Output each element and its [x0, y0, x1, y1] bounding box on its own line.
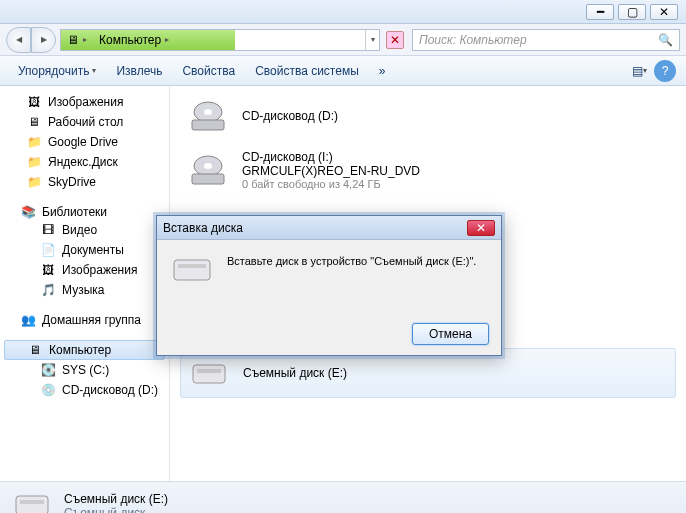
- svg-rect-8: [16, 496, 48, 513]
- svg-rect-7: [197, 369, 221, 373]
- sidebar-item-images[interactable]: 🖼Изображения: [0, 92, 169, 112]
- x-icon: ✕: [390, 33, 400, 47]
- search-input[interactable]: Поиск: Компьютер 🔍: [412, 29, 680, 51]
- properties-button[interactable]: Свойства: [174, 60, 243, 82]
- maximize-button[interactable]: ▢: [618, 4, 646, 20]
- disc-icon: 💿: [40, 382, 56, 398]
- more-button[interactable]: »: [371, 60, 394, 82]
- svg-point-1: [204, 109, 212, 115]
- toolbar: Упорядочить ▾ Извлечь Свойства Свойства …: [0, 56, 686, 86]
- titlebar: ━ ▢ ✕: [0, 0, 686, 24]
- drive-i[interactable]: CD-дисковод (I:) GRMCULF(X)REO_EN-RU_DVD…: [180, 144, 676, 196]
- folder-icon: 📁: [26, 154, 42, 170]
- sidebar-item-music[interactable]: 🎵Музыка: [0, 280, 169, 300]
- sidebar-item-documents[interactable]: 📄Документы: [0, 240, 169, 260]
- bc-dropdown[interactable]: ▾: [365, 30, 379, 50]
- dialog-titlebar[interactable]: Вставка диска ✕: [157, 216, 501, 240]
- close-icon: ✕: [659, 5, 669, 19]
- navbar: ◀ ▶ 🖥▸ Компьютер▸ ▾ ✕ Поиск: Компьютер 🔍: [0, 24, 686, 56]
- bc-root[interactable]: 🖥▸: [61, 30, 93, 50]
- computer-icon: 🖥: [67, 33, 79, 47]
- chevron-down-icon: ▾: [92, 66, 96, 75]
- images-icon: 🖼: [26, 94, 42, 110]
- back-button[interactable]: ◀: [6, 27, 31, 53]
- dvd-drive-icon: [186, 152, 230, 188]
- cancel-button[interactable]: Отмена: [412, 323, 489, 345]
- documents-icon: 📄: [40, 242, 56, 258]
- svg-rect-5: [192, 174, 224, 184]
- removable-drive-icon: [187, 355, 231, 391]
- close-icon: ✕: [476, 221, 486, 235]
- chevron-right-icon: ▶: [41, 35, 47, 44]
- statusbar: Съемный диск (E:) Съемный диск: [0, 481, 686, 513]
- sidebar-homegroup[interactable]: 👥Домашняя группа: [0, 312, 169, 328]
- libraries-icon: 📚: [20, 204, 36, 220]
- svg-point-4: [204, 163, 212, 169]
- drive-icon: 💽: [40, 362, 56, 378]
- help-button[interactable]: ?: [654, 60, 676, 82]
- svg-rect-6: [193, 365, 225, 383]
- insert-disk-dialog: Вставка диска ✕ Вставьте диск в устройст…: [156, 215, 502, 356]
- dialog-message: Вставьте диск в устройство "Съемный диск…: [227, 254, 476, 288]
- pictures-icon: 🖼: [40, 262, 56, 278]
- maximize-icon: ▢: [627, 5, 638, 19]
- view-icon: ▤: [632, 64, 643, 78]
- search-icon: 🔍: [658, 33, 673, 47]
- svg-rect-10: [174, 260, 210, 280]
- drive-title: CD-дисковод (I:): [242, 150, 420, 164]
- bc-progress: [175, 30, 235, 50]
- bc-label: Компьютер: [99, 33, 161, 47]
- help-icon: ?: [662, 64, 669, 78]
- sidebar-drive-d[interactable]: 💿CD-дисковод (D:): [0, 380, 169, 400]
- drive-title: Съемный диск (E:): [243, 366, 347, 380]
- view-button[interactable]: ▤▾: [628, 60, 650, 82]
- search-placeholder: Поиск: Компьютер: [419, 33, 527, 47]
- dialog-title: Вставка диска: [163, 221, 243, 235]
- status-title: Съемный диск (E:): [64, 492, 168, 506]
- removable-drive-icon: [12, 490, 52, 513]
- status-subtitle: Съемный диск: [64, 506, 168, 514]
- folder-icon: 📁: [26, 174, 42, 190]
- drive-d[interactable]: CD-дисковод (D:): [180, 92, 676, 140]
- dvd-drive-icon: [186, 98, 230, 134]
- sidebar-item-pictures[interactable]: 🖼Изображения: [0, 260, 169, 280]
- svg-rect-11: [178, 264, 206, 268]
- desktop-icon: 🖥: [26, 114, 42, 130]
- sidebar-computer[interactable]: 🖥Компьютер: [4, 340, 165, 360]
- music-icon: 🎵: [40, 282, 56, 298]
- homegroup-icon: 👥: [20, 312, 36, 328]
- bc-computer[interactable]: Компьютер▸: [93, 30, 175, 50]
- sidebar-item-desktop[interactable]: 🖥Рабочий стол: [0, 112, 169, 132]
- sidebar-item-yandex[interactable]: 📁Яндекс.Диск: [0, 152, 169, 172]
- eject-button[interactable]: Извлечь: [108, 60, 170, 82]
- breadcrumb[interactable]: 🖥▸ Компьютер▸ ▾: [60, 29, 380, 51]
- drive-title: CD-дисковод (D:): [242, 109, 338, 123]
- sidebar-libraries[interactable]: 📚Библиотеки: [0, 204, 169, 220]
- organize-button[interactable]: Упорядочить ▾: [10, 60, 104, 82]
- minimize-button[interactable]: ━: [586, 4, 614, 20]
- svg-rect-9: [20, 500, 44, 504]
- chevron-right-icon: ▸: [83, 35, 87, 44]
- forward-button[interactable]: ▶: [31, 27, 56, 53]
- drive-icon: [171, 254, 213, 288]
- sidebar: 🖼Изображения 🖥Рабочий стол 📁Google Drive…: [0, 86, 170, 481]
- system-properties-button[interactable]: Свойства системы: [247, 60, 367, 82]
- folder-icon: 📁: [26, 134, 42, 150]
- sidebar-drive-c[interactable]: 💽SYS (C:): [0, 360, 169, 380]
- computer-icon: 🖥: [27, 342, 43, 358]
- sidebar-item-skydrive[interactable]: 📁SkyDrive: [0, 172, 169, 192]
- close-window-button[interactable]: ✕: [650, 4, 678, 20]
- sidebar-item-gdrive[interactable]: 📁Google Drive: [0, 132, 169, 152]
- minimize-icon: ━: [597, 5, 604, 19]
- drive-status: 0 байт свободно из 4,24 ГБ: [242, 178, 420, 190]
- chevron-right-icon: ▸: [165, 35, 169, 44]
- chevron-down-icon: ▾: [371, 35, 375, 44]
- chevron-left-icon: ◀: [16, 35, 22, 44]
- sidebar-item-video[interactable]: 🎞Видео: [0, 220, 169, 240]
- svg-rect-2: [192, 120, 224, 130]
- dialog-close-button[interactable]: ✕: [467, 220, 495, 236]
- nav-arrows: ◀ ▶: [6, 27, 56, 53]
- drive-subtitle: GRMCULF(X)REO_EN-RU_DVD: [242, 164, 420, 178]
- stop-button[interactable]: ✕: [386, 31, 404, 49]
- video-icon: 🎞: [40, 222, 56, 238]
